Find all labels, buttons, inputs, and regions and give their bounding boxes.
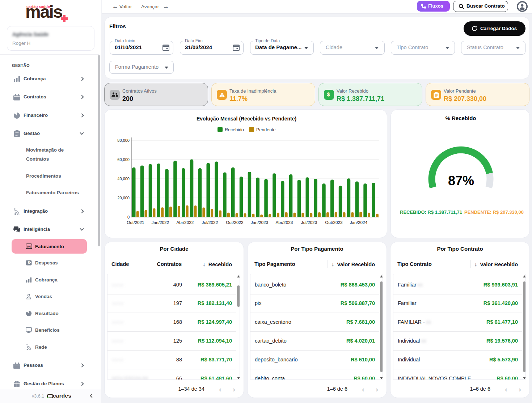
svg-text:PENDENTE: R$ 207.330,00: PENDENTE: R$ 207.330,00 [464,209,524,215]
svg-text:Evolução Mensal (Recebido vs P: Evolução Mensal (Recebido vs Pendente) [197,116,296,122]
svg-text:Jan/2023: Jan/2023 [251,220,269,225]
svg-text:Abr/2023: Abr/2023 [275,220,293,225]
svg-text:40,000: 40,000 [117,177,130,181]
svg-text:100: 100 [27,245,31,248]
svg-text:% Recebido: % Recebido [445,115,476,121]
svg-text:80,000: 80,000 [117,138,130,143]
svg-text:20,000: 20,000 [117,196,130,200]
svg-text:Recebido: Recebido [225,127,244,132]
svg-text:Out/2021: Out/2021 [127,220,144,225]
svg-text:87%: 87% [448,173,474,188]
svg-text:0: 0 [127,215,130,219]
svg-text:Abr/2022: Abr/2022 [176,220,194,225]
svg-text:Out/2022: Out/2022 [226,220,244,225]
svg-text:RECEBIDO: R$ 1.387.711,71: RECEBIDO: R$ 1.387.711,71 [400,209,462,215]
svg-text:Jan/2022: Jan/2022 [152,220,169,225]
svg-text:Jan/2024: Jan/2024 [350,220,368,225]
svg-text:60,000: 60,000 [117,157,130,162]
svg-text:Jul/2022: Jul/2022 [202,220,218,225]
svg-text:Out/2023: Out/2023 [325,220,343,225]
svg-text:Pendente: Pendente [256,127,276,132]
svg-text:Jul/2023: Jul/2023 [301,220,317,225]
